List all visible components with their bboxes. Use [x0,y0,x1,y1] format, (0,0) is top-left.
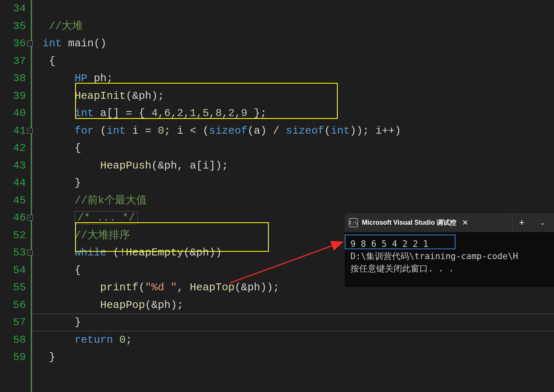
line-number: 39 [0,87,26,105]
code-line: − int main() [36,35,554,52]
line-number: 43 [0,157,26,175]
line-number: 59 [0,349,26,366]
line-number: 53 [0,244,26,262]
code-line: { [36,139,554,157]
code-line: HP ph; [36,70,554,87]
code-line: } [36,314,554,331]
line-number: 34 [0,0,26,18]
fold-minus-icon[interactable]: − [27,250,33,255]
line-number: 55 [0,279,26,296]
code-line: int a[] = { 4,6,2,1,5,8,2,9 }; [36,105,554,122]
line-number: 44 [0,174,26,192]
debug-console-window: C:\ Microsoft Visual Studio 调试控 ✕ + ⌄ 9 … [345,213,554,287]
code-line [36,0,554,18]
code-line: //前k个最大值 [36,192,554,210]
code-area[interactable]: //大堆 − int main() { HP ph; HeapInit(&ph)… [32,0,554,392]
line-number: 45 [0,192,26,210]
code-line: //大堆 [36,18,554,35]
console-output[interactable]: 9 8 6 5 4 2 2 1 D:\集训营代码\training-camp-c… [345,232,554,287]
close-tab-button[interactable]: ✕ [462,218,468,227]
line-number: 37 [0,52,26,70]
code-line: HeapPush(&ph, a[i]); [36,157,554,175]
code-line: { [36,52,554,70]
line-number: 54 [0,262,26,279]
fold-minus-icon[interactable]: − [27,41,33,46]
new-tab-button[interactable]: + [512,213,531,232]
code-editor: 34 35 36 37 38 39 40 41 42 43 44 45 46 5… [0,0,554,392]
line-number: 40 [0,105,26,122]
line-number: 56 [0,296,26,314]
code-line: } [36,174,554,192]
line-number: 35 [0,18,26,35]
line-number: 38 [0,70,26,87]
console-titlebar[interactable]: C:\ Microsoft Visual Studio 调试控 ✕ + ⌄ [345,213,554,232]
line-number-gutter: 34 35 36 37 38 39 40 41 42 43 44 45 46 5… [0,0,32,392]
code-line: HeapInit(&ph); [36,87,554,105]
line-number: 36 [0,35,26,52]
line-number: 46 [0,209,26,227]
line-number: 41 [0,122,26,140]
terminal-icon: C:\ [349,218,358,227]
code-line: return 0; [36,331,554,349]
line-number: 58 [0,331,26,349]
fold-plus-icon[interactable]: + [27,215,33,221]
line-number: 57 [0,314,26,331]
code-line: } [36,349,554,366]
fold-minus-icon[interactable]: − [27,128,33,134]
tab-dropdown-button[interactable]: ⌄ [535,213,550,232]
console-title: Microsoft Visual Studio 调试控 [362,219,456,227]
code-line: − for (int i = 0; i < (sizeof(a) / sizeo… [36,122,554,140]
code-line: HeapPop(&ph); [36,296,554,314]
line-number: 52 [0,227,26,244]
line-number: 42 [0,139,26,157]
